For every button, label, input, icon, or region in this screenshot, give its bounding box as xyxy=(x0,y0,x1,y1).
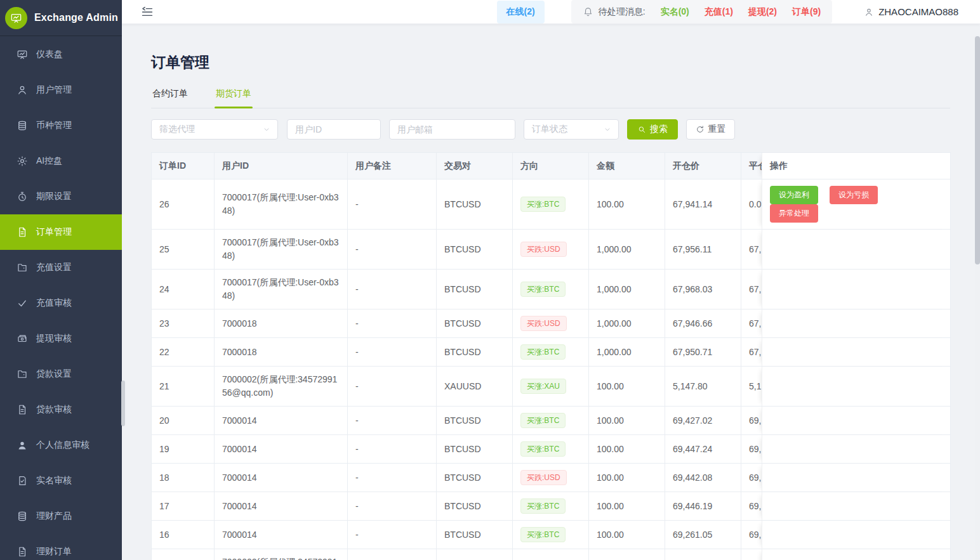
amount-cell: 100.00 xyxy=(589,179,665,230)
user-id-cell: 7000014 xyxy=(215,521,348,549)
order-status-select[interactable]: 订单状态 xyxy=(524,119,619,140)
column-header: 方向 xyxy=(513,153,589,179)
page-scrollbar-thumb[interactable] xyxy=(975,36,980,264)
tab-futures-orders[interactable]: 期货订单 xyxy=(215,88,253,108)
document-icon xyxy=(17,546,28,557)
order-id-cell: 23 xyxy=(152,309,215,338)
sidebar-item[interactable]: 理财订单 xyxy=(0,534,122,560)
open-price-cell: 67,950.71 xyxy=(665,338,741,367)
open-price-cell: 69,447.24 xyxy=(665,435,741,464)
menu-fold-icon[interactable] xyxy=(141,6,154,18)
amount-cell: 100.00 xyxy=(589,435,665,464)
reset-button[interactable]: 重置 xyxy=(686,119,735,140)
user-id-cell: 7000002(所属代理:3457299156@qq.com) xyxy=(215,367,348,407)
user-menu[interactable]: ZHAOCAIMAO888 xyxy=(864,6,958,17)
username: ZHAOCAIMAO888 xyxy=(878,6,958,17)
user-note-cell: - xyxy=(348,435,437,464)
person-icon xyxy=(864,7,874,17)
direction-cell: 买涨:BTC xyxy=(513,521,589,549)
sidebar-item[interactable]: 仪表盘 xyxy=(0,37,122,72)
direction-badge: 买跌:USD xyxy=(520,316,567,331)
sidebar-item[interactable]: AI控盘 xyxy=(0,143,122,179)
page-scrollbar[interactable] xyxy=(975,36,980,560)
sidebar-item[interactable]: 订单管理 xyxy=(0,214,122,250)
table-row: 227000018-BTCUSD买涨:BTC1,000.0067,950.716… xyxy=(152,338,951,367)
table-row: 267000017(所属代理:User-0xb348)-BTCUSD买涨:BTC… xyxy=(152,179,951,230)
table-row: 167000014-BTCUSD买涨:BTC100.0069,261.0569, xyxy=(152,521,951,549)
topbar-right: 在线(2) 待处理消息: 实名(0)充值(1)提现(2)订单(9) ZHAOCA… xyxy=(497,0,958,23)
amount-cell: 100.00 xyxy=(589,367,665,407)
ops-cell xyxy=(762,230,951,270)
sidebar-scrollbar-thumb[interactable] xyxy=(121,381,125,426)
pair-cell: BTCUSD xyxy=(437,435,513,464)
set-loss-button[interactable]: 设为亏损 xyxy=(830,186,878,204)
pending-items: 实名(0)充值(1)提现(2)订单(9) xyxy=(646,6,821,18)
order-id-cell: 24 xyxy=(152,270,215,309)
sidebar-item[interactable]: 充值设置 xyxy=(0,250,122,285)
direction-badge: 买跌:USD xyxy=(520,470,567,485)
online-badge[interactable]: 在线(2) xyxy=(497,1,545,23)
sidebar-item[interactable]: 期限设置 xyxy=(0,179,122,214)
column-header: 用户备注 xyxy=(348,153,437,179)
direction-cell: 买涨:BTC xyxy=(513,270,589,309)
check-icon xyxy=(17,297,28,309)
close-price-cell: 5,1 xyxy=(741,367,762,407)
sidebar-item[interactable]: 贷款设置 xyxy=(0,356,122,392)
open-price-cell: 69,261.05 xyxy=(665,521,741,549)
pending-message-item[interactable]: 提现(2) xyxy=(748,6,777,16)
chevron-down-icon xyxy=(603,125,612,134)
coins-icon xyxy=(17,511,28,522)
brand: Exchange Admin xyxy=(0,0,122,36)
open-price-cell: 69,442.08 xyxy=(665,464,741,492)
user-id-input[interactable] xyxy=(287,119,381,140)
table-row: 157000002(所属代理:3457299156@qq.com)-XAUUSD… xyxy=(152,549,951,560)
pending-message-item[interactable]: 订单(9) xyxy=(792,6,821,16)
sidebar-item[interactable]: 个人信息审核 xyxy=(0,427,122,463)
sidebar-item[interactable]: 提现审核 xyxy=(0,321,122,356)
sidebar-item[interactable]: 用户管理 xyxy=(0,72,122,108)
set-profit-button[interactable]: 设为盈利 xyxy=(770,186,818,204)
pair-cell: BTCUSD xyxy=(437,230,513,270)
gear-icon xyxy=(17,155,28,167)
close-price-cell: 67, xyxy=(741,230,762,270)
exception-button[interactable]: 异常处理 xyxy=(770,204,818,223)
sidebar-item[interactable]: 实名审核 xyxy=(0,463,122,498)
pending-message-item[interactable]: 充值(1) xyxy=(705,6,733,16)
ops-cell xyxy=(762,338,951,367)
user-note-cell: - xyxy=(348,549,437,560)
pending-messages-bar: 待处理消息: 实名(0)充值(1)提现(2)订单(9) xyxy=(571,0,832,23)
sidebar-item[interactable]: 贷款审核 xyxy=(0,392,122,427)
user-note-cell: - xyxy=(348,492,437,521)
agent-filter-select[interactable]: 筛选代理 xyxy=(151,119,278,140)
sidebar-item[interactable]: 充值审核 xyxy=(0,285,122,321)
ops-cell xyxy=(762,492,951,521)
sidebar-item[interactable]: 理财产品 xyxy=(0,498,122,534)
user-email-input[interactable] xyxy=(389,119,515,140)
direction-cell: 买跌:USD xyxy=(513,309,589,338)
user-note-cell: - xyxy=(348,367,437,407)
document-icon xyxy=(17,226,28,238)
amount-cell: 1,000.00 xyxy=(589,230,665,270)
table-row: 257000017(所属代理:User-0xb348)-BTCUSD买跌:USD… xyxy=(152,230,951,270)
table-row: 247000017(所属代理:User-0xb348)-BTCUSD买涨:BTC… xyxy=(152,270,951,309)
search-button[interactable]: 搜索 xyxy=(627,119,678,140)
pair-cell: XAUUSD xyxy=(437,549,513,560)
user-id-cell: 7000014 xyxy=(215,435,348,464)
close-price-cell: 0.0 xyxy=(741,179,762,230)
table-row: 177000014-BTCUSD买涨:BTC100.0069,446.1969, xyxy=(152,492,951,521)
pending-message-item[interactable]: 实名(0) xyxy=(661,6,689,16)
amount-cell: 100.00 xyxy=(589,464,665,492)
close-price-cell: 69, xyxy=(741,407,762,435)
user-id-cell: 7000018 xyxy=(215,338,348,367)
bell-icon xyxy=(583,6,593,17)
user-icon xyxy=(17,84,28,96)
amount-cell: 1,000.00 xyxy=(589,309,665,338)
direction-badge: 买涨:BTC xyxy=(520,344,566,360)
sidebar-nav: 仪表盘用户管理币种管理AI控盘期限设置订单管理充值设置充值审核提现审核贷款设置贷… xyxy=(0,36,122,560)
pending-label: 待处理消息: xyxy=(599,6,646,18)
direction-badge: 买涨:BTC xyxy=(520,527,566,542)
order-id-cell: 22 xyxy=(152,338,215,367)
sidebar-item[interactable]: 币种管理 xyxy=(0,108,122,143)
tab-contract-orders[interactable]: 合约订单 xyxy=(151,88,189,108)
user-note-cell: - xyxy=(348,521,437,549)
